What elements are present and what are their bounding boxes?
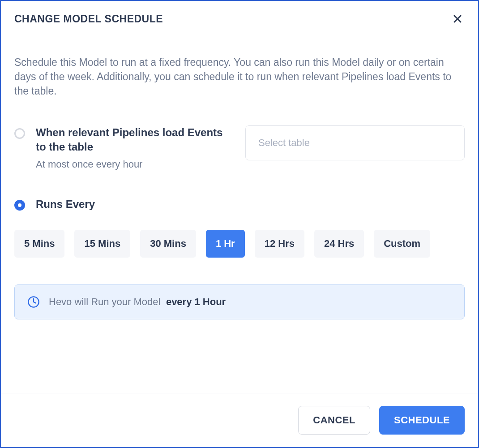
- dialog-description: Schedule this Model to run at a fixed fr…: [14, 55, 465, 99]
- freq-custom[interactable]: Custom: [374, 230, 430, 258]
- clock-icon: [27, 296, 40, 308]
- schedule-info-banner: Hevo will Run your Model every 1 Hour: [14, 284, 465, 319]
- option-runs-every: Runs Every: [14, 197, 465, 211]
- close-button[interactable]: [450, 12, 465, 26]
- option-pipeline-title: When relevant Pipelines load Events to t…: [36, 125, 235, 155]
- schedule-info-highlight: every 1 Hour: [166, 296, 226, 307]
- dialog-body: Schedule this Model to run at a fixed fr…: [1, 37, 478, 393]
- freq-1-hr[interactable]: 1 Hr: [206, 230, 245, 258]
- dialog-title: CHANGE MODEL SCHEDULE: [14, 13, 163, 25]
- option-pipeline-events: When relevant Pipelines load Events to t…: [14, 125, 465, 171]
- schedule-info-prefix: Hevo will Run your Model: [49, 296, 160, 307]
- freq-5-mins[interactable]: 5 Mins: [14, 230, 64, 258]
- schedule-button[interactable]: SCHEDULE: [379, 406, 465, 435]
- change-schedule-dialog: CHANGE MODEL SCHEDULE Schedule this Mode…: [0, 0, 479, 448]
- option-pipeline-text: When relevant Pipelines load Events to t…: [36, 125, 235, 171]
- dialog-footer: CANCEL SCHEDULE: [1, 393, 478, 447]
- select-table-input[interactable]: [245, 125, 465, 160]
- close-icon: [452, 13, 463, 24]
- radio-pipeline-events[interactable]: [14, 128, 25, 139]
- frequency-options: 5 Mins 15 Mins 30 Mins 1 Hr 12 Hrs 24 Hr…: [14, 230, 465, 258]
- option-pipeline-subtitle: At most once every hour: [36, 159, 235, 170]
- freq-15-mins[interactable]: 15 Mins: [74, 230, 130, 258]
- dialog-header: CHANGE MODEL SCHEDULE: [1, 1, 478, 37]
- option-runs-every-text: Runs Every: [36, 197, 465, 211]
- freq-12-hrs[interactable]: 12 Hrs: [255, 230, 304, 258]
- cancel-button[interactable]: CANCEL: [298, 406, 370, 435]
- schedule-info-text-wrap: Hevo will Run your Model every 1 Hour: [49, 296, 226, 308]
- option-runs-every-title: Runs Every: [36, 197, 465, 211]
- freq-30-mins[interactable]: 30 Mins: [140, 230, 196, 258]
- freq-24-hrs[interactable]: 24 Hrs: [314, 230, 364, 258]
- select-table-wrap: [245, 125, 465, 160]
- radio-runs-every[interactable]: [14, 200, 25, 211]
